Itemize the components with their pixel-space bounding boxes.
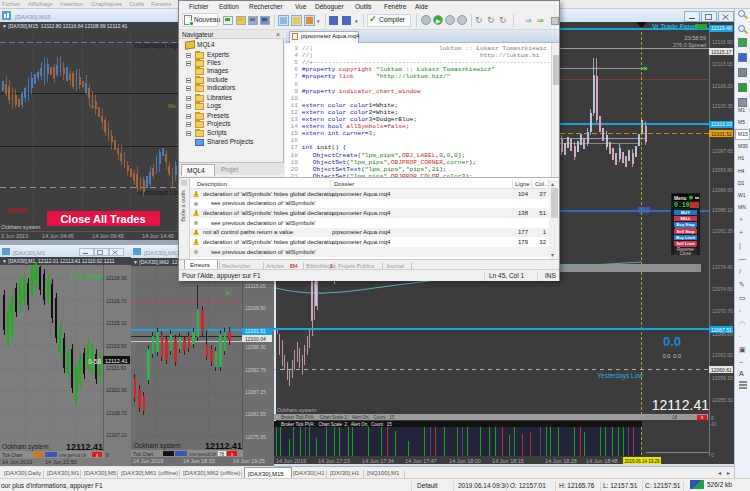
- svg-text:14 Jun 17:23: 14 Jun 17:23: [318, 458, 350, 464]
- svg-text:We: We: [168, 103, 176, 109]
- svg-text:12078.40: 12078.40: [712, 264, 733, 270]
- svg-text:12086.10: 12086.10: [712, 207, 733, 213]
- svg-text:▼ [DAX30],M1 12112.01 12113.4: ▼ [DAX30],M1 12112.01 12113.41 12110.62 …: [2, 258, 115, 264]
- svg-text:12101.51: 12101.51: [245, 328, 266, 334]
- svg-text:Yesterdays Low: Yesterdays Low: [597, 372, 643, 380]
- svg-text:12097.65: 12097.65: [712, 148, 733, 154]
- svg-text:one period ch: one period ch: [59, 453, 87, 458]
- svg-text:Buy Stop: Buy Stop: [676, 222, 695, 227]
- svg-text:12113.50: 12113.50: [106, 343, 127, 349]
- svg-text:Ockham system: Ockham system: [277, 407, 317, 413]
- svg-text:Ockham system: Ockham system: [1, 224, 41, 230]
- svg-text:14 Jun 04:45: 14 Jun 04:45: [42, 233, 74, 239]
- svg-text:12111.90: 12111.90: [106, 365, 126, 371]
- svg-text:12110.30: 12110.30: [106, 387, 127, 393]
- svg-text:Ockham system: Ockham system: [2, 443, 49, 451]
- svg-text:14 Jun 17:34: 14 Jun 17:34: [362, 458, 394, 464]
- svg-text:276.0 Spread: 276.0 Spread: [673, 42, 706, 48]
- svg-text:Buy Limit: Buy Limit: [676, 235, 696, 240]
- svg-text:23:58:59: 23:58:59: [685, 35, 706, 41]
- svg-text:14 Jun 18:33: 14 Jun 18:33: [183, 458, 215, 464]
- svg-text:Tick Chart: Tick Chart: [133, 452, 154, 457]
- svg-text:Tick Chart: Tick Chart: [2, 453, 23, 458]
- svg-text:Sell Stop: Sell Stop: [677, 229, 695, 234]
- svg-text:0.0 0.0: 0.0 0.0: [663, 353, 681, 359]
- svg-text:14 Jun 18:28: 14 Jun 18:28: [545, 458, 577, 464]
- svg-text:Broker Tick PVA: Chart Scal: Broker Tick PVA: Chart Scale 2, Alert On…: [281, 415, 395, 420]
- svg-text:14 Jun 17:47: 14 Jun 17:47: [405, 458, 437, 464]
- svg-text:12116.70: 12116.70: [106, 298, 127, 304]
- svg-text:12112.41: 12112.41: [652, 397, 710, 413]
- svg-text:12082.25: 12082.25: [712, 228, 733, 234]
- svg-text:2019.06.14 19:29: 2019.06.14 19:29: [624, 459, 660, 464]
- svg-text:12098.30: 12098.30: [245, 344, 266, 350]
- svg-text:12092.75: 12092.75: [245, 367, 266, 373]
- svg-text:12070.70: 12070.70: [712, 308, 733, 314]
- svg-text:Menu: Menu: [674, 196, 687, 201]
- svg-text:Vr Trade Panel: Vr Trade Panel: [652, 23, 697, 30]
- svg-text:12063.00: 12063.00: [712, 352, 733, 358]
- svg-text:12074.55: 12074.55: [712, 286, 733, 292]
- svg-text:14 Jun 2019: 14 Jun 2019: [276, 458, 306, 464]
- svg-text:14 Jun 2019: 14 Jun 2019: [133, 458, 163, 464]
- svg-text:12075.95: 12075.95: [245, 434, 266, 440]
- svg-text:12113.05: 12113.05: [712, 61, 733, 67]
- svg-text:0-58: 0-58: [88, 358, 101, 365]
- svg-text:Yesterdays Low: Yesterdays Low: [136, 189, 180, 197]
- svg-text:Close All Trades: Close All Trades: [60, 213, 145, 225]
- svg-text:12109.50: 12109.50: [245, 305, 266, 311]
- svg-text:12119.40: 12119.40: [711, 25, 732, 31]
- svg-text:14 Jun 2019: 14 Jun 2019: [2, 459, 32, 465]
- svg-text:Broker Tick PVA: Chart Scale: Broker Tick PVA: Chart Scale 2, Alert On…: [281, 422, 392, 427]
- svg-text:12115.05: 12115.05: [245, 283, 266, 289]
- svg-text:12067.51: 12067.51: [711, 327, 732, 333]
- svg-text:12108.70: 12108.70: [106, 410, 127, 416]
- svg-text:12055.30: 12055.30: [712, 397, 733, 403]
- svg-text:14 Jun 18:15: 14 Jun 18:15: [492, 458, 524, 464]
- svg-text:BUY: BUY: [681, 210, 690, 215]
- svg-text:[DAX30],M1: [DAX30],M1: [13, 250, 46, 256]
- svg-text:0: 0: [711, 452, 714, 458]
- svg-text:0.01 Close: 0.01 Close: [71, 273, 102, 280]
- svg-text:Ockham system: Ockham system: [134, 442, 181, 450]
- svg-text:14 Jun 19:25: 14 Jun 19:25: [233, 458, 265, 464]
- svg-text:12087.15: 12087.15: [245, 389, 266, 395]
- svg-text:▼ [DAX30],M15 12112.80 12116.: ▼ [DAX30],M15 12112.80 12116.64 12108.99…: [2, 23, 128, 29]
- svg-text:12081.55: 12081.55: [245, 411, 266, 417]
- svg-text:41: 41: [711, 421, 717, 427]
- svg-text:Yesterdays High: Yesterdays High: [133, 42, 180, 50]
- svg-text:Sell Limit: Sell Limit: [676, 241, 695, 246]
- svg-text:▼ [DAX30],M62 12: ▼ [DAX30],M62 12: [133, 259, 178, 265]
- svg-text:14 Jun 09:45: 14 Jun 09:45: [92, 233, 124, 239]
- svg-text:14 Jun 14:45: 14 Jun 14:45: [142, 233, 174, 239]
- svg-text:14 Jun 22:50: 14 Jun 22:50: [45, 459, 77, 465]
- svg-text:12103.03: 12103.03: [711, 121, 732, 127]
- svg-text:12105.35: 12105.35: [712, 103, 733, 109]
- svg-text:3 Jun 2019: 3 Jun 2019: [1, 233, 28, 239]
- svg-text:12112.41: 12112.41: [205, 441, 242, 451]
- svg-text:14 Jun 18:48: 14 Jun 18:48: [586, 458, 618, 464]
- svg-text:Close: Close: [680, 251, 692, 256]
- svg-text:12089.95: 12089.95: [712, 187, 733, 193]
- svg-text:0.0: 0.0: [663, 334, 681, 349]
- svg-text:12116.90: 12116.90: [712, 39, 733, 45]
- svg-text:12112.41: 12112.41: [66, 442, 103, 452]
- svg-text:12093.80: 12093.80: [712, 167, 733, 173]
- svg-text:12101.52: 12101.52: [711, 131, 732, 137]
- svg-text:12118.30: 12118.30: [106, 275, 127, 281]
- svg-text:12060.61: 12060.61: [711, 367, 732, 373]
- svg-text:18: 18: [672, 415, 678, 420]
- svg-text:12115.17: 12115.17: [711, 49, 732, 55]
- svg-text:SELL: SELL: [680, 216, 691, 221]
- svg-text:tu: tu: [90, 103, 95, 109]
- svg-text:12100.04: 12100.04: [245, 336, 266, 342]
- svg-text:12107.10: 12107.10: [106, 432, 127, 438]
- svg-text:12115.10: 12115.10: [106, 320, 127, 326]
- svg-text:12109.20: 12109.20: [712, 83, 733, 89]
- svg-text:78: 78: [219, 452, 225, 457]
- svg-text:one period ch: one period ch: [189, 452, 217, 457]
- svg-text:12059.15: 12059.15: [712, 375, 733, 381]
- svg-text:0.10: 0.10: [674, 202, 690, 209]
- svg-text:[DAX30],M15: [DAX30],M15: [15, 14, 51, 20]
- svg-text:12112.41: 12112.41: [105, 358, 128, 364]
